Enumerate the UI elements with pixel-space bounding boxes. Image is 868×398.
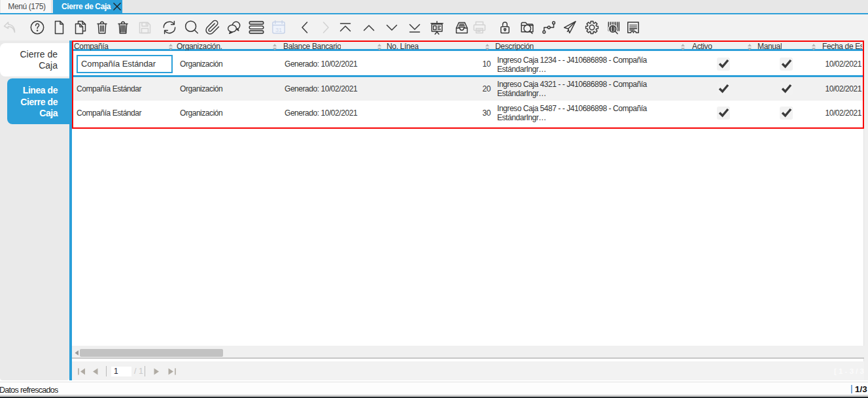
svg-text:31: 31 <box>275 27 282 33</box>
